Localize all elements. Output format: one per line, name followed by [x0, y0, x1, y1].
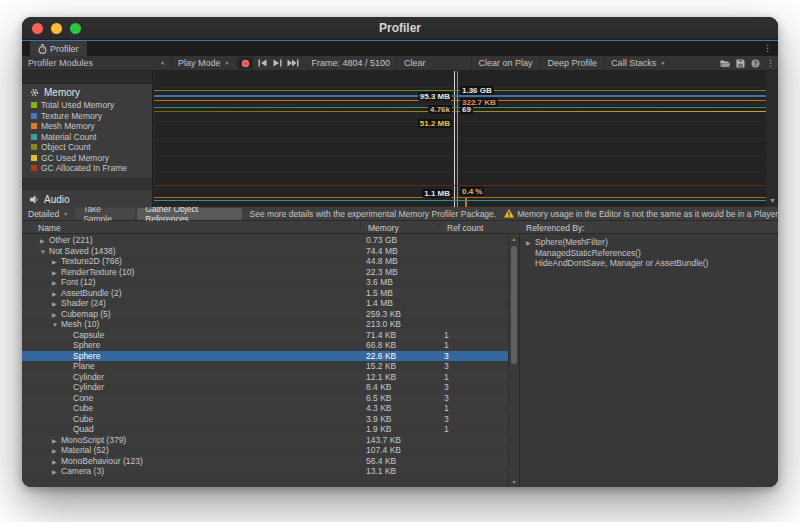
tab-profiler[interactable]: Profiler — [30, 41, 87, 56]
column-separator — [438, 223, 439, 231]
column-header-memory[interactable]: Memory — [368, 223, 399, 233]
expander-icon[interactable]: ▶ — [526, 238, 535, 249]
table-row[interactable]: Sphere66.8 KB1 — [22, 340, 508, 351]
selected-frame-line[interactable] — [454, 71, 455, 207]
table-row-selected[interactable]: Sphere22.6 KB3 — [22, 351, 508, 362]
referenced-by-panel: ▶Sphere(MeshFilter)ManagedStaticReferenc… — [519, 234, 778, 487]
table-row[interactable]: ▶MonoScript (379)143.7 KB — [22, 435, 508, 446]
chart-line — [154, 185, 766, 186]
table-row[interactable]: Quad1.9 KB1 — [22, 424, 508, 435]
current-frame-button[interactable] — [285, 56, 300, 70]
expander-icon[interactable]: ▶ — [52, 467, 61, 478]
referenced-by-header: Referenced By: — [526, 223, 585, 233]
cell-ref-count: 1 — [444, 372, 449, 383]
table-row[interactable]: ▶Shader (24)1.4 MB — [22, 298, 508, 309]
take-sample-button[interactable]: Take Sample — [75, 208, 135, 220]
legend-label: GC Used Memory — [41, 153, 109, 163]
cell-name: ▶MonoBehaviour (123) — [22, 456, 143, 466]
table-row[interactable]: ▶Other (221)0.73 GB — [22, 235, 508, 246]
referenced-by-item[interactable]: ▶Sphere(MeshFilter) — [520, 237, 778, 248]
scrollbar-thumb[interactable] — [511, 246, 517, 364]
table-row[interactable]: ▶Material (52)107.4 KB — [22, 445, 508, 456]
table-row[interactable]: ▶AssetBundle (2)1.5 MB — [22, 288, 508, 299]
row-name-label: Font (12) — [61, 277, 96, 287]
cell-memory: 143.7 KB — [366, 435, 401, 446]
cell-name: Quad — [22, 424, 94, 434]
legend-color-swatch — [31, 144, 37, 150]
play-mode-dropdown[interactable]: Play Mode ▼ — [172, 56, 235, 70]
legend-item[interactable]: Material Count — [31, 132, 152, 143]
selected-frame-line-shadow — [457, 71, 458, 207]
table-row[interactable]: Cube4.3 KB1 — [22, 403, 508, 414]
clear-on-play-button[interactable]: Clear on Play — [471, 56, 540, 70]
memory-module-header[interactable]: Memory — [22, 84, 152, 100]
next-frame-button[interactable] — [270, 56, 285, 70]
load-profile-button[interactable] — [718, 56, 733, 70]
legend-item[interactable]: Mesh Memory — [31, 121, 152, 132]
table-row[interactable]: ▶Font (12)3.6 MB — [22, 277, 508, 288]
cell-name: Cylinder — [22, 382, 104, 392]
row-name-label: Sphere — [73, 340, 100, 350]
legend-item[interactable]: Object Count — [31, 142, 152, 153]
cell-name: ▶Cubemap (5) — [22, 309, 111, 319]
scroll-up-icon[interactable]: ▲ — [509, 236, 519, 242]
profiler-modules-label: Profiler Modules — [28, 58, 93, 68]
cell-ref-count: 1 — [444, 424, 449, 435]
tree-scrollbar[interactable]: ▲ ▼ — [508, 234, 518, 487]
table-row[interactable]: ▼Mesh (10)213.0 KB — [22, 319, 508, 330]
gather-object-references-button[interactable]: Gather Object References — [137, 208, 241, 220]
previous-frame-button[interactable] — [255, 56, 270, 70]
table-row[interactable]: ▶MonoBehaviour (123)56.4 KB — [22, 456, 508, 467]
referenced-by-item[interactable]: HideAndDontSave, Manager or AssetBundle(… — [520, 258, 778, 269]
clear-button[interactable]: Clear — [396, 56, 433, 70]
cell-name: ▶Font (12) — [22, 277, 96, 287]
legend-item[interactable]: GC Allocated In Frame — [31, 163, 152, 174]
deep-profile-button[interactable]: Deep Profile — [540, 56, 605, 70]
row-name-label: Cylinder — [73, 382, 104, 392]
cell-memory: 22.6 KB — [366, 351, 396, 362]
help-button[interactable]: ? — [748, 56, 763, 70]
memory-legend: Total Used MemoryTexture MemoryMesh Memo… — [22, 100, 152, 174]
stopwatch-icon — [38, 44, 47, 54]
memory-chart[interactable]: 95.3 MB1.36 GB322.7 KB4.76k6951.2 MB1.1 … — [154, 71, 766, 207]
call-stacks-dropdown[interactable]: Call Stacks ▼ — [604, 56, 671, 70]
cell-name: ▼Mesh (10) — [22, 319, 99, 329]
toolbar-menu-icon[interactable]: ⋮ — [763, 56, 778, 70]
table-row[interactable]: ▶RenderTexture (10)22.3 MB — [22, 267, 508, 278]
table-row[interactable]: Cone6.5 KB3 — [22, 393, 508, 404]
tab-menu-icon[interactable]: ⋮ — [763, 44, 772, 53]
column-header-name[interactable]: Name — [38, 223, 61, 233]
legend-label: Texture Memory — [41, 111, 102, 121]
table-row[interactable]: Cube3.9 KB3 — [22, 414, 508, 425]
detailed-dropdown[interactable]: Detailed ▼ — [22, 207, 74, 220]
row-name-label: Sphere — [73, 351, 100, 361]
scroll-down-icon[interactable]: ▼ — [509, 479, 519, 485]
column-header-ref-count[interactable]: Ref count — [447, 223, 483, 233]
table-row[interactable]: Cylinder8.4 KB3 — [22, 382, 508, 393]
table-row[interactable]: Plane15.2 KB3 — [22, 361, 508, 372]
table-row[interactable]: Cylinder12.1 KB1 — [22, 372, 508, 383]
row-name-label: Cube — [73, 403, 93, 413]
profiler-modules-dropdown[interactable]: Profiler Modules ▼ — [22, 56, 172, 70]
audio-module-header[interactable]: Audio — [22, 192, 152, 208]
table-row[interactable]: ▶Cubemap (5)259.3 KB — [22, 309, 508, 320]
table-row[interactable]: ▶Texture2D (766)44.8 MB — [22, 256, 508, 267]
cell-name: ▶Shader (24) — [22, 298, 106, 308]
module-sidebar: Memory Total Used MemoryTexture MemoryMe… — [22, 71, 153, 207]
play-mode-label: Play Mode — [178, 58, 221, 68]
module-scroll-down-icon[interactable]: ▼ — [769, 197, 776, 204]
save-profile-button[interactable] — [733, 56, 748, 70]
legend-item[interactable]: GC Used Memory — [31, 153, 152, 164]
chart-value-label: 1.36 GB — [460, 86, 494, 95]
row-name-label: Texture2D (766) — [61, 256, 122, 266]
table-row[interactable]: ▶Camera (3)13.1 KB — [22, 466, 508, 477]
referenced-by-item[interactable]: ManagedStaticReferences() — [520, 248, 778, 259]
record-button[interactable] — [237, 57, 253, 69]
table-row[interactable]: Capsule71.4 KB1 — [22, 330, 508, 341]
next-frame-icon — [273, 59, 282, 67]
legend-item[interactable]: Total Used Memory — [31, 100, 152, 111]
row-name-label: RenderTexture (10) — [61, 267, 134, 277]
table-row[interactable]: ▼Not Saved (1438)74.4 MB — [22, 246, 508, 257]
cell-memory: 15.2 KB — [366, 361, 396, 372]
legend-item[interactable]: Texture Memory — [31, 111, 152, 122]
